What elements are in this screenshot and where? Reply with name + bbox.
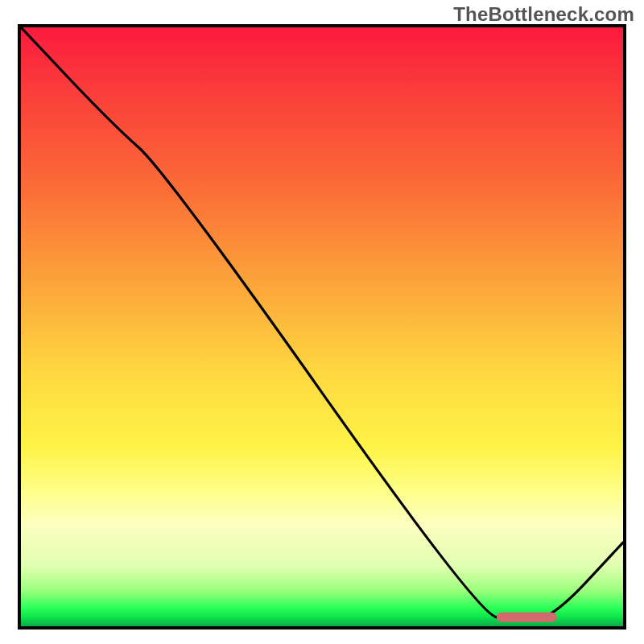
watermark-text: TheBottleneck.com	[453, 3, 634, 26]
chart-border	[18, 24, 626, 630]
chart-frame: TheBottleneck.com	[0, 0, 644, 644]
